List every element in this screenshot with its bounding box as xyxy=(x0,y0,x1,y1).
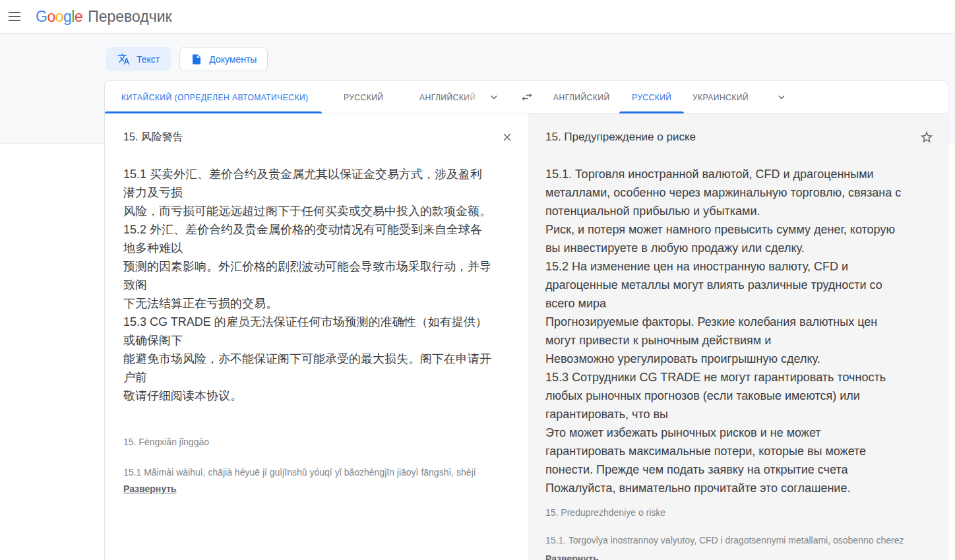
main-menu-button[interactable] xyxy=(1,3,28,30)
logo-letter: e xyxy=(75,8,82,26)
source-pane-header: 15. 风险警告 xyxy=(123,129,515,145)
swap-horizontal-icon xyxy=(520,90,534,104)
chevron-down-icon xyxy=(487,90,501,104)
logo-letter: o xyxy=(47,8,55,26)
target-more-languages-button[interactable] xyxy=(770,85,793,109)
tab-source-chinese-detected[interactable]: КИТАЙСКИЙ (ОПРЕДЕЛЕН АВТОМАТИЧЕСКИ) xyxy=(105,81,322,113)
source-transliteration-line: 15.1 Mǎimài wàihuì, chājià héyuē jí guìj… xyxy=(123,467,515,478)
translation-mode-toolbar: Текст Документы xyxy=(106,47,268,71)
documents-mode-button[interactable]: Документы xyxy=(179,47,268,71)
source-expand-link[interactable]: Развернуть xyxy=(123,483,177,494)
logo-letter: g xyxy=(63,8,71,26)
hamburger-icon xyxy=(9,12,20,13)
tab-source-russian[interactable]: РУССКИЙ xyxy=(330,81,396,113)
clear-source-button[interactable] xyxy=(499,129,515,145)
app-name: Переводчик xyxy=(88,8,171,26)
swap-languages-button[interactable] xyxy=(515,85,539,109)
target-title: 15. Предупреждение о риске xyxy=(545,129,696,144)
hamburger-icon xyxy=(9,16,20,17)
text-mode-label: Текст xyxy=(137,54,160,65)
translate-card: КИТАЙСКИЙ (ОПРЕДЕЛЕН АВТОМАТИЧЕСКИ) РУСС… xyxy=(104,80,948,560)
hamburger-icon xyxy=(9,20,20,21)
target-romanization-title: 15. Preduprezhdeniye o riske xyxy=(545,507,935,518)
tab-source-english-label: АНГЛИЙСКИЙ xyxy=(419,93,476,102)
tab-target-english[interactable]: АНГЛИЙСКИЙ xyxy=(540,81,623,113)
target-expand-link[interactable]: Развернуть xyxy=(545,553,599,560)
source-text-pane: 15. 风险警告 15.1 买卖外汇、差价合约及贵金属尤其以保证金交易方式，涉及… xyxy=(105,113,528,560)
language-tabs-row: КИТАЙСКИЙ (ОПРЕДЕЛЕН АВТОМАТИЧЕСКИ) РУСС… xyxy=(105,81,948,113)
source-more-languages-button[interactable] xyxy=(482,85,506,109)
save-translation-button[interactable] xyxy=(919,129,935,145)
source-title: 15. 风险警告 xyxy=(123,129,183,144)
app-logo[interactable]: G o o g l e Переводчик xyxy=(36,8,172,26)
source-transliteration-title: 15. Fēngxiǎn jǐnggào xyxy=(123,437,515,447)
translation-panes: 15. 风险警告 15.1 买卖外汇、差价合约及贵金属尤其以保证金交易方式，涉及… xyxy=(105,113,948,560)
target-translation-pane: 15. Предупреждение о риске 15.1. Торговл… xyxy=(528,113,948,560)
chevron-down-icon xyxy=(775,90,788,104)
source-text[interactable]: 15.1 买卖外汇、差价合约及贵金属尤其以保证金交易方式，涉及盈利 潜力及亏损 … xyxy=(123,165,519,405)
document-icon xyxy=(191,53,202,65)
tab-target-ukrainian[interactable]: УКРАИНСКИЙ xyxy=(680,81,761,113)
translated-text: 15.1. Торговля иностранной валютой, CFD … xyxy=(545,165,935,497)
google-translate-page: G o o g l e Переводчик Текст Документы xyxy=(0,0,955,560)
translate-icon xyxy=(117,53,130,65)
target-romanization-line: 15.1. Torgovlya inostrannoy valyutoy, CF… xyxy=(545,535,935,545)
tab-target-russian[interactable]: РУССКИЙ xyxy=(619,81,684,113)
star-outline-icon xyxy=(919,130,934,144)
top-app-bar: G o o g l e Переводчик xyxy=(0,0,955,34)
close-icon xyxy=(501,131,514,144)
text-mode-button[interactable]: Текст xyxy=(106,47,171,71)
target-pane-header: 15. Предупреждение о риске xyxy=(545,129,935,145)
logo-letter: G xyxy=(36,8,47,26)
logo-letter: o xyxy=(55,8,63,26)
tab-source-english[interactable]: АНГЛИЙСКИЙ xyxy=(406,81,489,113)
documents-mode-label: Документы xyxy=(209,54,257,65)
